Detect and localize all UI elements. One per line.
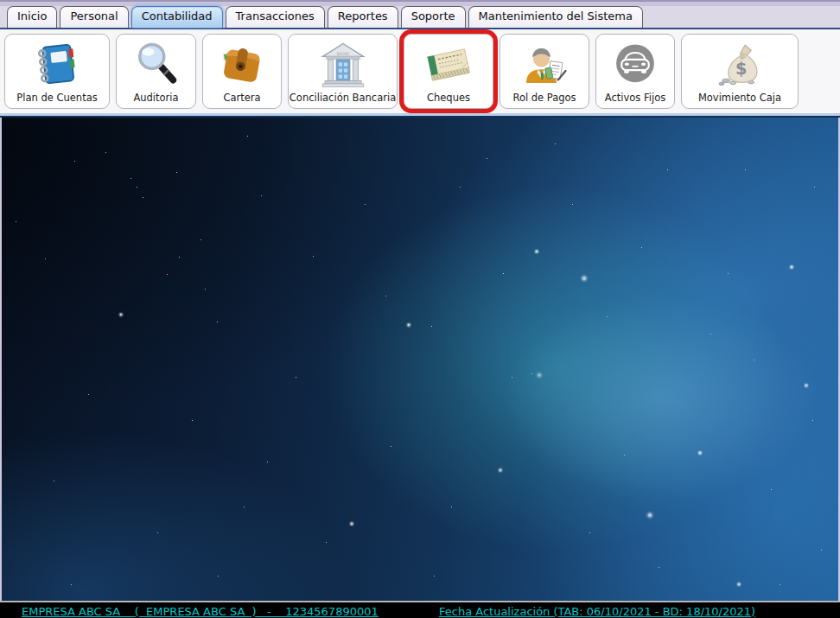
tab-personal[interactable]: Personal bbox=[60, 6, 128, 28]
tab-bar: Inicio Personal Contabilidad Transaccion… bbox=[0, 0, 840, 29]
toolbar-button-label: Conciliación Bancaria bbox=[290, 92, 396, 104]
app-window: Inicio Personal Contabilidad Transaccion… bbox=[0, 0, 840, 618]
bank-icon: BANK bbox=[318, 38, 368, 92]
tab-inicio[interactable]: Inicio bbox=[7, 6, 57, 28]
notebook-icon bbox=[32, 38, 82, 92]
svg-text:$: $ bbox=[735, 59, 747, 79]
tab-contabilidad[interactable]: Contabilidad bbox=[131, 6, 223, 28]
ribbon-toolbar: Plan de Cuentas Auditoria bbox=[0, 29, 840, 113]
magnifier-icon bbox=[132, 38, 181, 92]
tab-transacciones[interactable]: Transacciones bbox=[226, 6, 325, 28]
toolbar-button-movimiento-caja[interactable]: $ Movimiento Caja bbox=[681, 34, 799, 109]
toolbar-button-label: Auditoria bbox=[133, 92, 178, 104]
toolbar-button-label: Activos Fijos bbox=[605, 92, 665, 104]
company-status-label: EMPRESA ABC SA ( EMPRESA ABC SA ) - 1234… bbox=[22, 605, 379, 618]
toolbar-button-label: Cheques bbox=[427, 92, 470, 104]
tab-mantenimiento-del-sistema[interactable]: Mantenimiento del Sistema bbox=[468, 6, 643, 28]
tab-reportes[interactable]: Reportes bbox=[328, 6, 398, 28]
checkbook-icon bbox=[423, 38, 474, 92]
starfield-bright-stars bbox=[2, 118, 3, 119]
toolbar-button-label: Cartera bbox=[223, 92, 260, 104]
tab-soporte[interactable]: Soporte bbox=[401, 6, 466, 28]
toolbar-button-label: Plan de Cuentas bbox=[16, 92, 97, 104]
toolbar-button-plan-de-cuentas[interactable]: Plan de Cuentas bbox=[4, 34, 110, 109]
car-icon bbox=[611, 38, 659, 92]
toolbar-button-label: Rol de Pagos bbox=[512, 92, 576, 104]
toolbar-button-rol-de-pagos[interactable]: Rol de Pagos bbox=[500, 34, 589, 109]
svg-text:BANK: BANK bbox=[336, 51, 349, 56]
toolbar-button-activos-fijos[interactable]: Activos Fijos bbox=[595, 34, 675, 109]
toolbar-button-auditoria[interactable]: Auditoria bbox=[116, 34, 196, 109]
payroll-person-icon bbox=[520, 38, 569, 92]
toolbar-button-conciliacion-bancaria[interactable]: BANK Conciliación Bancaria bbox=[288, 34, 398, 109]
toolbar-button-cartera[interactable]: Cartera bbox=[202, 34, 282, 109]
update-date-label: Fecha Actualización (TAB: 06/10/2021 - B… bbox=[439, 605, 755, 618]
toolbar-button-label: Movimiento Caja bbox=[698, 92, 781, 104]
moneybag-icon: $ bbox=[715, 38, 765, 92]
toolbar-button-cheques[interactable]: Cheques bbox=[404, 34, 493, 109]
workspace-background bbox=[0, 118, 840, 601]
wallet-icon bbox=[218, 38, 266, 92]
status-bar: EMPRESA ABC SA ( EMPRESA ABC SA ) - 1234… bbox=[0, 601, 840, 618]
